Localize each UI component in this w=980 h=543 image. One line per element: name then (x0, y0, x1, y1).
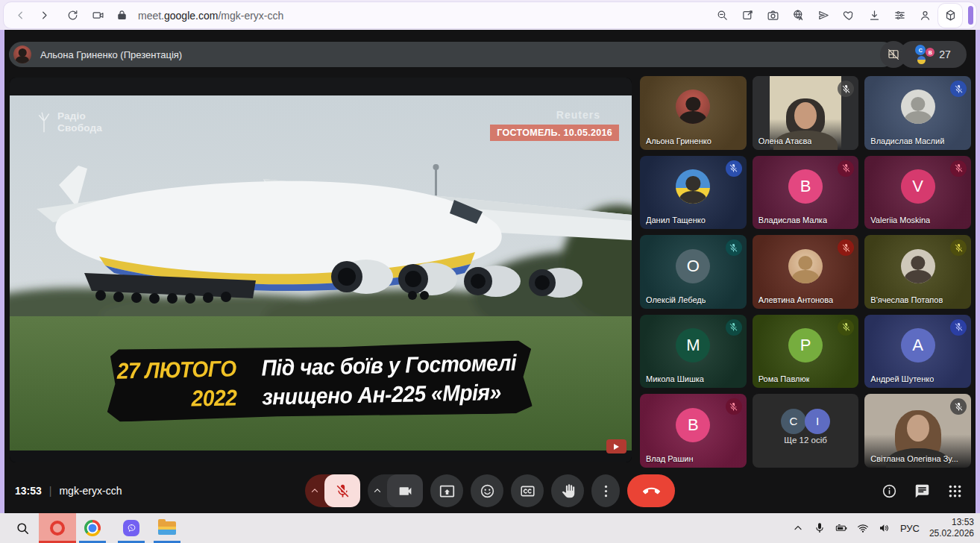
tab-media-icon[interactable] (86, 4, 110, 28)
extension-cube-icon[interactable] (938, 4, 962, 28)
letter-avatar: O (676, 249, 710, 283)
more-options-button[interactable] (591, 474, 620, 507)
lock-icon[interactable] (110, 4, 134, 28)
mic-muted-badge (950, 160, 967, 177)
participant-tile[interactable]: Світлана Олегівна Зу... (864, 394, 971, 468)
info-icon[interactable] (880, 482, 898, 500)
participant-name: Олексій Лебедь (646, 295, 706, 304)
taskbar-chrome-button[interactable] (76, 513, 109, 543)
participant-tile[interactable]: Алевтина Антонова (753, 235, 859, 309)
meet-bottom-bar: 13:53 | mgk-eryx-cch (4, 468, 976, 513)
avatar (901, 249, 935, 283)
torch-icon (36, 111, 52, 134)
taskbar-opera-button[interactable] (39, 513, 76, 543)
participant-name: Альона Гриненко (646, 136, 712, 145)
settings-sliders-icon[interactable] (888, 4, 911, 28)
participant-name: Valeriia Moskina (870, 216, 930, 225)
present-button[interactable] (430, 474, 463, 507)
caption-banner: 27 ЛЮТОГО 2022 Під час боїв у Гостомелі … (106, 340, 533, 422)
participant-tile[interactable]: P Рома Павлюк (753, 315, 859, 389)
language-indicator[interactable]: РУС (900, 523, 920, 534)
mic-muted-badge (726, 160, 742, 177)
tray-wifi-icon[interactable] (857, 522, 869, 534)
participant-name: Олена Атаєва (758, 136, 812, 145)
address-bar[interactable]: meet.google.com/mgk-eryx-cch (138, 10, 710, 22)
participant-tile[interactable]: M Микола Шишка (640, 315, 747, 389)
back-icon[interactable] (8, 4, 32, 28)
letter-avatar: V (901, 169, 935, 204)
captions-button[interactable] (511, 474, 544, 507)
url-subdomain: meet. (138, 10, 164, 22)
avatar (676, 169, 710, 204)
letter-avatar: A (901, 328, 935, 362)
reactions-button[interactable] (471, 474, 503, 507)
heart-icon[interactable] (837, 4, 861, 28)
camera-control-group (368, 474, 423, 507)
url-path: /mgk-eryx-cch (218, 10, 283, 22)
participant-tile[interactable]: B Влад Рашин (640, 394, 747, 468)
participant-tile[interactable]: B Владислав Малка (753, 156, 859, 230)
letter-avatar: M (676, 328, 710, 362)
activities-grid-icon[interactable] (946, 482, 964, 500)
participant-name: Данил Тащенко (646, 216, 706, 225)
participants-count-pill[interactable]: CB 27 (899, 41, 967, 68)
url-domain: google.com (164, 10, 218, 22)
raise-hand-button[interactable] (551, 474, 584, 507)
forward-icon[interactable] (32, 4, 56, 28)
send-icon[interactable] (811, 4, 835, 28)
participant-tile[interactable]: V Valeriia Moskina (864, 156, 971, 230)
participant-tile[interactable]: Данил Тащенко (640, 156, 747, 230)
toolbar-right-icons (710, 4, 973, 28)
reload-icon[interactable] (60, 4, 84, 28)
file-explorer-icon (158, 521, 176, 535)
participant-tile[interactable]: Владислав Маслий (864, 76, 971, 150)
snapshot-icon[interactable] (735, 4, 759, 28)
time-and-code: 13:53 | mgk-eryx-cch (15, 485, 122, 497)
participant-name: Владислав Малка (758, 216, 827, 225)
letter-avatar: B (676, 408, 710, 442)
chat-icon[interactable] (913, 482, 931, 500)
tray-battery-icon[interactable] (835, 522, 847, 534)
taskbar-viber-button[interactable] (115, 513, 148, 543)
search-icon (16, 521, 30, 536)
tray-mic-icon[interactable] (814, 522, 826, 534)
participants-grid: Альона Гриненко Олена Атаєва Владислав М… (640, 76, 971, 468)
translate-icon[interactable] (786, 4, 810, 28)
end-call-button[interactable] (627, 474, 675, 507)
find-icon[interactable] (710, 4, 734, 28)
camera-button[interactable] (387, 474, 423, 507)
mic-muted-badge (726, 239, 742, 256)
participant-tile[interactable]: Альона Гриненко (640, 76, 747, 150)
presentation-tile[interactable]: РадіоСвобода Reuters ГОСТОМЕЛЬ. 10.05.20… (10, 78, 632, 462)
profile-icon[interactable] (913, 4, 937, 28)
taskbar-clock[interactable]: 13:53 25.02.2026 (929, 517, 974, 539)
google-meet-page: Альона Гриненко (Презентація) CB 27 (4, 30, 976, 513)
participant-tile[interactable]: O Олексій Лебедь (640, 235, 747, 309)
avatar (788, 249, 823, 283)
caption-date: 27 ЛЮТОГО 2022 (117, 354, 238, 414)
overflow-avatars: C I (781, 409, 830, 436)
tray-volume-icon[interactable] (879, 522, 891, 534)
tray-chevron-icon[interactable] (792, 522, 804, 534)
mic-muted-badge (838, 160, 854, 177)
clock-date: 25.02.2026 (929, 528, 974, 539)
download-icon[interactable] (862, 4, 886, 28)
taskbar-search-button[interactable] (6, 513, 39, 543)
mic-options-chevron[interactable] (305, 486, 324, 496)
participant-tile[interactable]: A Андрей Шутенко (864, 315, 971, 389)
sidebar-toggle-pill[interactable] (968, 6, 973, 25)
windows-taskbar: РУС 13:53 25.02.2026 (0, 513, 980, 543)
mic-muted-badge (950, 319, 967, 336)
mic-muted-badge (838, 319, 854, 336)
camera-icon[interactable] (761, 4, 785, 28)
mic-muted-button[interactable] (324, 474, 360, 507)
taskbar-explorer-button[interactable] (151, 513, 183, 543)
youtube-play-badge (606, 439, 626, 453)
chrome-icon (84, 520, 101, 536)
overflow-tile[interactable]: C I Ще 12 осіб (753, 394, 859, 468)
letter-avatar: P (788, 328, 823, 362)
camera-options-chevron[interactable] (368, 486, 387, 496)
participant-tile[interactable]: В'ячеслав Потапов (864, 235, 971, 309)
participant-tile[interactable]: Олена Атаєва (753, 76, 859, 150)
participant-name: Світлана Олегівна Зу... (870, 454, 958, 463)
